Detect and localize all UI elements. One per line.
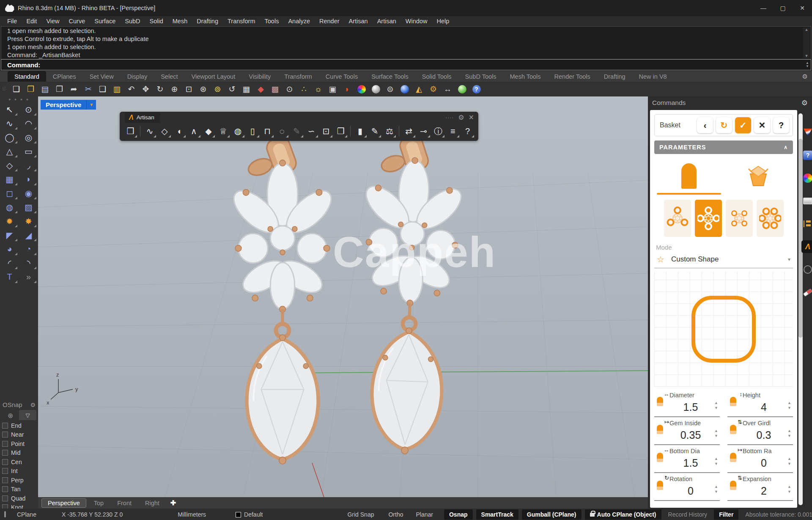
viewport-canvas[interactable]: z y x — [38, 96, 648, 497]
help-button[interactable]: ? — [773, 117, 789, 133]
history-icon[interactable]: ❒ — [123, 124, 138, 138]
zoom-extents-icon[interactable]: ⊛ — [196, 83, 211, 96]
collapse-icon[interactable]: ∧ — [784, 144, 788, 150]
text-icon[interactable]: T — [1, 270, 18, 284]
mouse-icon[interactable]: ▮ — [353, 124, 368, 138]
ribbon-tab-cplanes[interactable]: CPlanes — [46, 71, 83, 82]
param-bottom-diameter-value[interactable]: 1.5 — [674, 457, 708, 469]
ortho-toggle[interactable]: Ortho — [388, 511, 403, 518]
checkbox[interactable] — [2, 486, 8, 492]
dropdown-caret-icon[interactable]: ▾ — [788, 256, 790, 262]
dimension-icon[interactable]: ↔ — [441, 83, 455, 96]
menu-edit-1[interactable]: Edit — [22, 17, 41, 25]
menu-render-12[interactable]: Render — [315, 17, 344, 25]
move-target-icon[interactable]: ⊙ — [283, 83, 297, 96]
spin-up-icon[interactable]: ▲ — [714, 401, 718, 405]
stack-icon[interactable]: ≡ — [445, 124, 460, 138]
options-gears-icon[interactable]: ⚙ — [426, 83, 441, 96]
prong-4-square-option[interactable] — [726, 200, 753, 237]
lightbulb-icon[interactable]: ☼ — [311, 83, 326, 96]
osnap-toggle[interactable]: Osnap — [444, 509, 473, 520]
spin-down-icon[interactable]: ▼ — [714, 434, 718, 438]
box-3d-icon[interactable]: ◇ — [157, 124, 172, 138]
hierarchy-panel-icon[interactable] — [801, 217, 812, 230]
panel-scrollbar-thumb[interactable] — [798, 139, 803, 338]
refresh-button[interactable]: ↻ — [716, 117, 732, 133]
render-preview-sphere-icon[interactable] — [398, 83, 412, 96]
zoom-selected-icon[interactable]: ⊚ — [211, 83, 225, 96]
checkbox[interactable] — [2, 432, 8, 437]
shaded-sphere-icon[interactable] — [369, 83, 383, 96]
crown-icon[interactable]: ♕ — [216, 124, 230, 138]
add-viewport-tab-button[interactable]: ✚ — [167, 499, 179, 507]
osnap-option-int[interactable]: Int — [0, 467, 38, 476]
param-diameter-spinner[interactable]: ▲▼ — [714, 401, 718, 410]
ribbon-tab-display[interactable]: Display — [121, 71, 154, 82]
spin-down-icon[interactable]: ▼ — [787, 434, 791, 438]
wireframe-sphere-icon[interactable]: ⊜ — [383, 83, 398, 96]
gumball-icon[interactable]: ∴ — [297, 83, 311, 96]
prong-4-option[interactable] — [695, 200, 722, 237]
spin-up-icon[interactable]: ▲ — [787, 401, 791, 405]
param-bottom-diameter-spinner[interactable]: ▲▼ — [714, 457, 718, 466]
print-icon[interactable]: ❐ — [52, 83, 67, 96]
open-file-icon[interactable]: ❒ — [24, 83, 38, 96]
rotate-view-icon[interactable]: ↻ — [153, 83, 167, 96]
link-icon[interactable]: ⊸ — [416, 124, 431, 138]
osnap-gear-icon[interactable]: ⚙ — [30, 402, 36, 408]
menu-view-2[interactable]: View — [41, 17, 64, 25]
ring-profile-icon[interactable]: ◖ — [172, 124, 187, 138]
undo-view-icon[interactable]: ↺ — [225, 83, 239, 96]
spin-up-icon[interactable]: ▲ — [787, 457, 791, 461]
render-icon[interactable]: ◆ — [254, 83, 268, 96]
spin-up-icon[interactable]: ▲ — [714, 429, 718, 433]
prong-icon[interactable]: ∧ — [187, 124, 201, 138]
paste-icon[interactable]: ▥ — [110, 83, 124, 96]
help-panel-icon[interactable]: ? — [801, 149, 812, 162]
spin-up-icon[interactable]: ▲ — [787, 429, 791, 433]
spin-down-icon[interactable]: ▼ — [714, 490, 718, 494]
curved-surface-icon[interactable]: ◗ — [20, 172, 37, 186]
artisan-close-icon[interactable]: ✕ — [469, 113, 474, 121]
checkbox[interactable] — [2, 495, 8, 501]
ribbon-tab-new-in-v8[interactable]: New in V8 — [632, 71, 674, 82]
menu-subd-5[interactable]: SubD — [120, 17, 145, 25]
ribbon-tab-subd-tools[interactable]: SubD Tools — [458, 71, 503, 82]
planar-toggle[interactable]: Planar — [416, 511, 433, 518]
raytrace-grid-icon[interactable]: ▩ — [268, 83, 283, 96]
boolean-star-icon[interactable]: ✹ — [1, 214, 18, 228]
custom-shape-outline[interactable] — [691, 296, 756, 363]
minimize-button[interactable]: — — [754, 0, 773, 16]
osnap-tab-snaps[interactable]: ◎ — [2, 410, 19, 420]
ribbon-tab-drafting[interactable]: Drafting — [597, 71, 632, 82]
gumball-toggle[interactable]: Gumball (CPlane) — [522, 509, 582, 520]
filter-button[interactable]: Filter — [714, 509, 738, 520]
param-height-value[interactable]: 4 — [747, 401, 781, 413]
toolbar-grip[interactable]: ⁞⁞ — [3, 87, 6, 91]
point-icon[interactable]: ⊙ — [20, 102, 37, 116]
ribbon-tab-mesh-tools[interactable]: Mesh Tools — [503, 71, 548, 82]
osnap-tab-filter[interactable]: ▽ — [19, 410, 36, 420]
menu-tools-10[interactable]: Tools — [260, 17, 284, 25]
ribbon-tab-set-view[interactable]: Set View — [83, 71, 121, 82]
trim-icon[interactable]: ◤ — [1, 228, 18, 242]
menu-transform-9[interactable]: Transform — [223, 17, 260, 25]
boolean-union-icon[interactable]: ◕ — [1, 242, 18, 256]
viewport-title-caret-icon[interactable]: ▼ — [86, 100, 96, 110]
back-button[interactable]: ‹ — [697, 117, 713, 133]
cancel-button[interactable]: ✕ — [754, 117, 770, 133]
ring-gem-icon[interactable]: ◌ — [274, 124, 289, 138]
viewport-tab-right[interactable]: Right — [139, 499, 165, 507]
scale-icon[interactable]: ⚖ — [382, 124, 397, 138]
mode-dropdown[interactable]: ☆ Custom Shape ▾ — [654, 254, 793, 268]
ribbon-tab-select[interactable]: Select — [154, 71, 184, 82]
sphere-icon[interactable]: ◉ — [20, 186, 37, 200]
record-history-toggle[interactable]: Record History — [668, 511, 708, 518]
artisan-help-icon[interactable]: ? — [460, 124, 475, 138]
spin-down-icon[interactable]: ▼ — [714, 462, 718, 466]
tab-bullet-shape[interactable] — [654, 157, 724, 195]
param-gem-inside-spinner[interactable]: ▲▼ — [714, 429, 718, 438]
param-rotation-spinner[interactable]: ▲▼ — [714, 485, 718, 494]
color-wheel-icon[interactable] — [801, 172, 812, 184]
ribbon-tab-viewport-layout[interactable]: Viewport Layout — [185, 71, 242, 82]
